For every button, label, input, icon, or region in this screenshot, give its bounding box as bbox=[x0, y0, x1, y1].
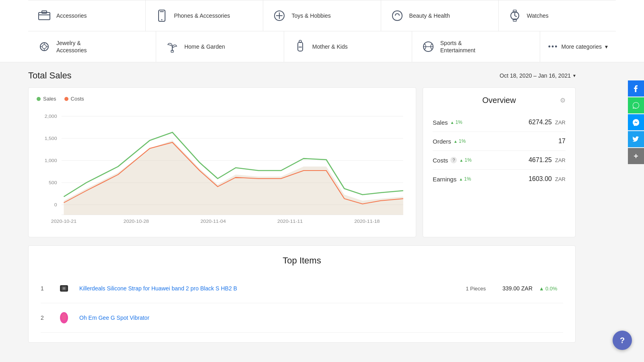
overview-orders-right: 17 bbox=[558, 138, 566, 145]
costs-help-icon[interactable]: ? bbox=[450, 157, 457, 163]
svg-text:2020-11-18: 2020-11-18 bbox=[354, 219, 380, 224]
costs-trend: ▲ 1% bbox=[459, 157, 471, 163]
charts-overview-section: Sales Costs 2,000 1 bbox=[28, 87, 576, 237]
svg-text:1,500: 1,500 bbox=[45, 136, 57, 141]
toys-label: Toys & Hobbies bbox=[291, 12, 330, 19]
date-range-text: Oct 18, 2020 – Jan 16, 2021 bbox=[500, 72, 571, 79]
toys-icon bbox=[271, 8, 287, 24]
item-name[interactable]: Killerdeals Silicone Strap for Huawei ba… bbox=[79, 285, 447, 292]
more-categories-btn[interactable]: ••• More categories ▾ bbox=[540, 31, 616, 62]
top-item-row: 2 Oh Em Gee G Spot Vibrator bbox=[41, 303, 563, 333]
svg-point-32 bbox=[63, 287, 65, 290]
mother-label: Mother & Kids bbox=[312, 43, 348, 50]
svg-text:2,000: 2,000 bbox=[45, 114, 57, 119]
overview-earnings-right: 1603.00 ZAR bbox=[528, 175, 566, 183]
category-accessories[interactable]: Accessories bbox=[28, 0, 146, 31]
beauty-icon bbox=[389, 8, 405, 24]
overview-row-orders: Orders ▲ 1% 17 bbox=[433, 132, 566, 151]
svg-text:1,000: 1,000 bbox=[45, 158, 57, 163]
legend-sales-label: Sales bbox=[43, 96, 56, 102]
category-beauty[interactable]: Beauty & Health bbox=[381, 0, 499, 31]
accessories-icon bbox=[36, 8, 52, 24]
svg-text:2020-11-04: 2020-11-04 bbox=[200, 219, 226, 224]
total-sales-title: Total Sales bbox=[28, 70, 72, 81]
watches-icon bbox=[507, 8, 523, 24]
legend-sales: Sales bbox=[37, 96, 56, 102]
legend-costs: Costs bbox=[64, 96, 84, 102]
svg-point-34 bbox=[62, 313, 66, 321]
phones-label: Phones & Accessories bbox=[174, 12, 230, 19]
categories-row-1: Accessories Phones & Accessories Toys & … bbox=[28, 0, 616, 31]
svg-rect-10 bbox=[171, 50, 173, 52]
category-jewelry[interactable]: Jewelry &Accessories bbox=[28, 31, 156, 62]
overview-row-sales: Sales ▲ 1% 6274.25 ZAR bbox=[433, 113, 566, 132]
category-mother-kids[interactable]: Mother & Kids bbox=[284, 31, 412, 62]
main-content: Total Sales Oct 18, 2020 – Jan 16, 2021 … bbox=[0, 62, 604, 351]
social-sidebar bbox=[628, 80, 644, 164]
svg-text:0: 0 bbox=[54, 202, 57, 207]
messenger-button[interactable] bbox=[628, 114, 644, 130]
svg-text:500: 500 bbox=[49, 180, 57, 185]
item-rank: 2 bbox=[41, 315, 49, 321]
garden-icon bbox=[164, 39, 180, 55]
more-dots-icon: ••• bbox=[548, 43, 558, 51]
svg-point-3 bbox=[161, 19, 163, 21]
overview-sales-right: 6274.25 ZAR bbox=[528, 119, 566, 126]
garden-label: Home & Garden bbox=[184, 43, 225, 50]
top-items-card: Top Items 1 Killerdeals Silicone Strap f… bbox=[28, 245, 576, 343]
category-phones[interactable]: Phones & Accessories bbox=[146, 0, 263, 31]
whatsapp-button[interactable] bbox=[628, 97, 644, 113]
sales-chart-card: Sales Costs 2,000 1 bbox=[28, 87, 416, 237]
category-watches[interactable]: Watches bbox=[499, 0, 616, 31]
categories-bar: Accessories Phones & Accessories Toys & … bbox=[0, 0, 644, 62]
item-pieces: 1 Pieces bbox=[454, 286, 486, 292]
categories-row-2: Jewelry &Accessories Home & Garden bbox=[28, 31, 616, 62]
sports-icon bbox=[420, 39, 436, 55]
more-categories-label: More categories bbox=[561, 43, 602, 50]
mother-icon bbox=[292, 39, 308, 55]
facebook-button[interactable] bbox=[628, 80, 644, 97]
chart-legend: Sales Costs bbox=[37, 96, 408, 102]
overview-costs-right: 4671.25 ZAR bbox=[528, 156, 566, 164]
phones-icon bbox=[154, 8, 170, 24]
category-sports[interactable]: Sports &Entertainment bbox=[412, 31, 540, 62]
overview-sales-label: Sales ▲ 1% bbox=[433, 119, 462, 126]
item-change-arrow: ▲ bbox=[539, 286, 544, 292]
date-range-picker[interactable]: Oct 18, 2020 – Jan 16, 2021 ▾ bbox=[500, 72, 576, 79]
chart-area: 2,000 1,500 1,000 500 0 2020-10-21 2020-… bbox=[37, 108, 408, 229]
svg-text:2020-10-21: 2020-10-21 bbox=[51, 219, 76, 224]
svg-text:2020-11-11: 2020-11-11 bbox=[277, 219, 303, 224]
beauty-label: Beauty & Health bbox=[409, 12, 450, 19]
help-label: ? bbox=[620, 336, 625, 345]
total-sales-header: Total Sales Oct 18, 2020 – Jan 16, 2021 … bbox=[28, 70, 576, 81]
overview-card: Overview ⚙ Sales ▲ 1% 6274.25 ZAR bbox=[423, 87, 576, 237]
help-button[interactable]: ? bbox=[613, 331, 632, 350]
twitter-button[interactable] bbox=[628, 131, 644, 147]
watches-label: Watches bbox=[527, 12, 549, 19]
earnings-trend: ▲ 1% bbox=[459, 176, 471, 182]
item-name-2[interactable]: Oh Em Gee G Spot Vibrator bbox=[79, 315, 563, 321]
overview-orders-label: Orders ▲ 1% bbox=[433, 138, 466, 145]
accessories-label: Accessories bbox=[56, 12, 87, 19]
overview-gear-icon[interactable]: ⚙ bbox=[560, 97, 566, 104]
overview-title: Overview ⚙ bbox=[433, 96, 566, 105]
overview-row-earnings: Earnings ▲ 1% 1603.00 ZAR bbox=[433, 170, 566, 188]
top-item-row: 1 Killerdeals Silicone Strap for Huawei … bbox=[41, 274, 563, 303]
sports-label: Sports &Entertainment bbox=[440, 39, 475, 54]
category-garden[interactable]: Home & Garden bbox=[156, 31, 284, 62]
overview-costs-label: Costs ? ▲ 1% bbox=[433, 157, 472, 164]
chart-svg: 2,000 1,500 1,000 500 0 2020-10-21 2020-… bbox=[37, 108, 408, 229]
item-image bbox=[55, 280, 73, 297]
date-range-chevron: ▾ bbox=[573, 73, 576, 78]
jewelry-label: Jewelry &Accessories bbox=[56, 39, 87, 54]
item-image-2 bbox=[55, 309, 73, 327]
costs-dot bbox=[64, 97, 68, 101]
svg-text:2020-10-28: 2020-10-28 bbox=[124, 219, 149, 224]
svg-point-9 bbox=[42, 45, 46, 49]
item-price: 339.00 ZAR bbox=[492, 285, 533, 292]
overview-row-costs: Costs ? ▲ 1% 4671.25 ZAR bbox=[433, 151, 566, 170]
category-toys[interactable]: Toys & Hobbies bbox=[263, 0, 381, 31]
share-plus-button[interactable] bbox=[628, 148, 644, 164]
sales-dot bbox=[37, 97, 41, 101]
legend-costs-label: Costs bbox=[71, 96, 84, 102]
